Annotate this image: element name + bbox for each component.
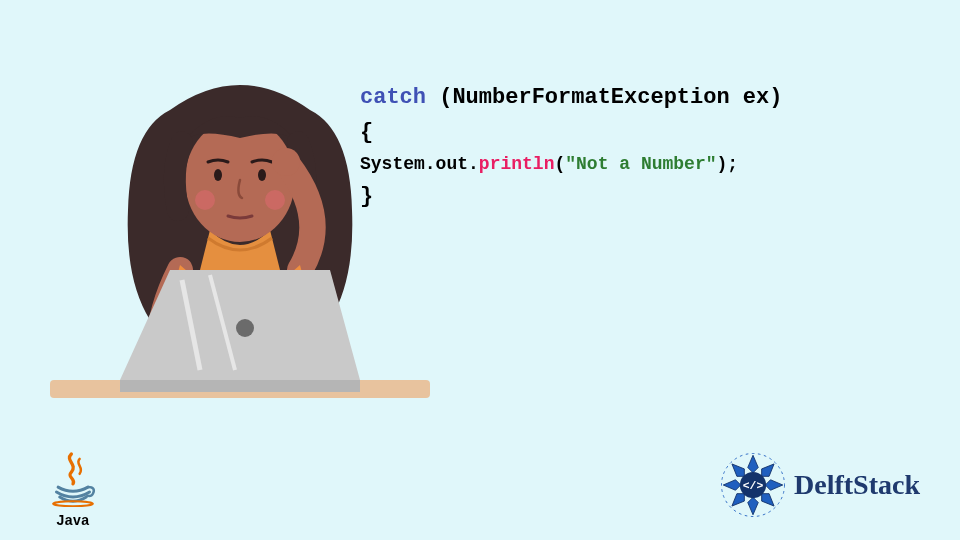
svg-point-6 bbox=[272, 148, 300, 176]
java-cup-icon bbox=[43, 449, 103, 507]
exception-type: NumberFormatException ex bbox=[452, 85, 769, 110]
svg-point-7 bbox=[236, 319, 254, 337]
method-println: println bbox=[479, 154, 555, 174]
svg-point-2 bbox=[195, 190, 215, 210]
delftstack-logo: </> DelftStack bbox=[718, 450, 920, 520]
svg-point-4 bbox=[214, 169, 222, 181]
svg-point-3 bbox=[265, 190, 285, 210]
svg-point-8 bbox=[53, 501, 93, 506]
stmt-close: ); bbox=[717, 154, 739, 174]
java-label: Java bbox=[38, 512, 108, 528]
delftstack-label: DelftStack bbox=[794, 469, 920, 501]
woman-laptop-illustration bbox=[50, 70, 430, 430]
java-logo: Java bbox=[38, 449, 108, 528]
close-paren: ) bbox=[769, 85, 782, 110]
string-literal: "Not a Number" bbox=[565, 154, 716, 174]
delftstack-mandala-icon: </> bbox=[718, 450, 788, 520]
method-open-paren: ( bbox=[554, 154, 565, 174]
svg-text:</>: </> bbox=[743, 480, 764, 492]
svg-point-5 bbox=[258, 169, 266, 181]
